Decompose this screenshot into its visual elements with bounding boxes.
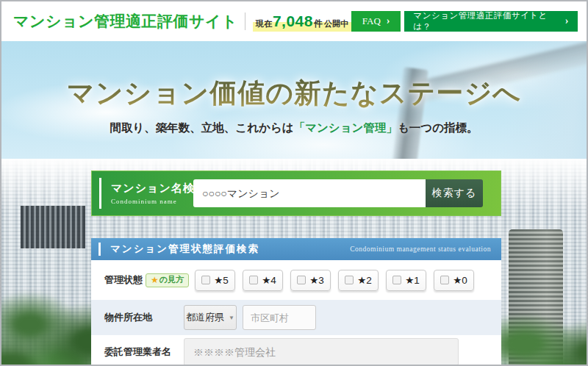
browser-viewport: マンション管理適正評価サイト 現在 7,048 件 公開中 FAQ › マンショ… xyxy=(0,0,588,366)
star-guide-label: の見方 xyxy=(159,276,184,284)
star-icon: ★ xyxy=(151,276,159,284)
star-filter-5-label: ★5 xyxy=(214,274,229,286)
name-search-labels: マンション名検索 Condominium name xyxy=(111,182,193,205)
management-company-row: 委託管理業者名 xyxy=(91,335,501,366)
city-input[interactable] xyxy=(243,305,316,330)
management-status-label: 管理状態 xyxy=(104,273,146,287)
condominium-name-search-panel: マンション名検索 Condominium name 検索する xyxy=(91,171,501,216)
count-unit: 件 xyxy=(314,18,323,30)
site-header: マンション管理適正評価サイト 現在 7,048 件 公開中 FAQ › マンショ… xyxy=(1,1,587,41)
published-count: 現在 7,048 件 公開中 xyxy=(253,12,351,32)
header-divider xyxy=(245,12,245,30)
count-value: 7,048 xyxy=(273,12,313,30)
hero-subtitle: 間取り、築年数、立地、これからは「マンション管理」も一つの指標。 xyxy=(1,121,587,136)
star-filter-4[interactable]: ★4 xyxy=(243,270,283,291)
status-search-title: マンション管理状態評価検索 xyxy=(110,243,259,256)
checkbox-icon xyxy=(249,276,258,284)
star-filter-0[interactable]: ★0 xyxy=(434,270,474,291)
hero-title: マンション価値の新たなステージへ xyxy=(1,75,587,112)
count-suffix: 公開中 xyxy=(324,18,348,29)
chevron-right-icon: › xyxy=(565,16,569,26)
star-filter-group: ★5 ★4 ★3 ★2 ★1 xyxy=(195,270,474,291)
condominium-name-input[interactable] xyxy=(193,179,426,207)
checkbox-icon xyxy=(201,276,210,284)
star-filter-1-label: ★1 xyxy=(405,274,420,286)
about-site-button[interactable]: マンション管理適正評価サイトとは？ › xyxy=(404,11,578,32)
star-filter-3-label: ★3 xyxy=(309,274,324,286)
hero-subtitle-pre: 間取り、築年数、立地、これからは xyxy=(110,121,293,134)
checkbox-icon xyxy=(297,276,306,284)
chevron-right-icon: › xyxy=(387,16,390,26)
dark-building xyxy=(21,206,85,248)
chevron-down-icon: ▼ xyxy=(229,315,234,321)
star-filter-0-label: ★0 xyxy=(453,274,467,286)
status-search-title-en: Condominium management status evaluation xyxy=(350,245,491,253)
management-status-row: 管理状態 ★ の見方 ★5 ★4 ★3 xyxy=(91,260,501,300)
search-submit-button[interactable]: 検索する xyxy=(426,179,483,207)
checkbox-icon xyxy=(440,276,449,284)
site-logo[interactable]: マンション管理適正評価サイト xyxy=(13,11,237,32)
name-search-label-en: Condominium name xyxy=(111,198,193,205)
faq-button[interactable]: FAQ › xyxy=(351,11,401,32)
star-guide-badge[interactable]: ★ の見方 xyxy=(146,273,189,287)
star-filter-2-label: ★2 xyxy=(357,274,372,286)
status-search-panel: 管理状態 ★ の見方 ★5 ★4 ★3 xyxy=(91,260,501,365)
property-location-label: 物件所在地 xyxy=(104,311,184,324)
checkbox-icon xyxy=(392,276,401,284)
star-filter-1[interactable]: ★1 xyxy=(386,270,426,291)
property-location-row: 物件所在地 都道府県 ▼ xyxy=(91,300,501,335)
star-filter-2[interactable]: ★2 xyxy=(338,270,379,291)
star-filter-5[interactable]: ★5 xyxy=(195,270,235,291)
name-search-label: マンション名検索 xyxy=(111,182,193,195)
hero-subtitle-post: も一つの指標。 xyxy=(398,121,478,134)
about-button-label: マンション管理適正評価サイトとは？ xyxy=(413,10,559,32)
count-prefix: 現在 xyxy=(256,18,272,29)
hero-subtitle-highlight: 「マンション管理」 xyxy=(294,121,398,134)
prefecture-select-value: 都道府県 xyxy=(186,311,224,324)
checkbox-icon xyxy=(345,276,354,284)
faq-button-label: FAQ xyxy=(362,15,381,27)
status-search-header: マンション管理状態評価検索 Condominium management sta… xyxy=(91,238,501,260)
star-filter-3[interactable]: ★3 xyxy=(290,270,331,291)
management-company-input[interactable] xyxy=(184,338,459,366)
prefecture-select[interactable]: 都道府県 ▼ xyxy=(184,305,237,330)
star-filter-4-label: ★4 xyxy=(262,274,276,286)
management-company-label: 委託管理業者名 xyxy=(104,345,184,359)
